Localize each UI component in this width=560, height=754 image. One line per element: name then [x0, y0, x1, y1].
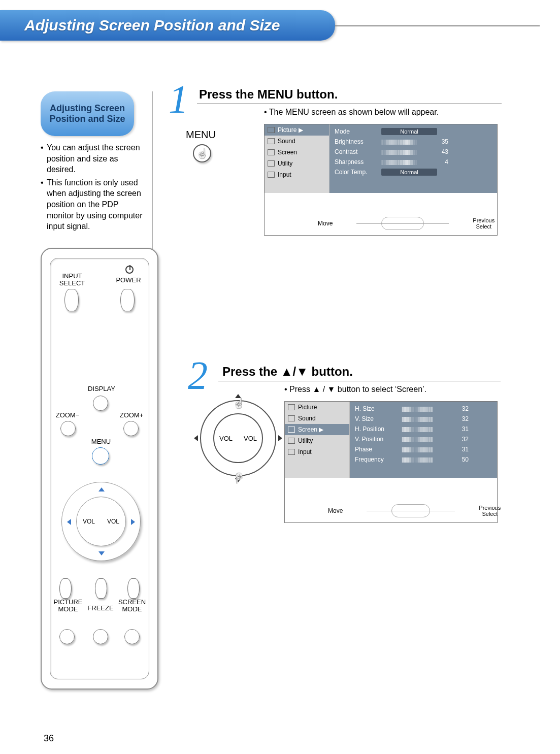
- menu-label: MENU: [89, 438, 113, 445]
- osd1-prev-sel: PreviousSelect: [473, 217, 495, 230]
- osd-step2: Picture Sound Screen ▶ Utility Input H. …: [284, 401, 498, 523]
- screen-icon: [288, 427, 295, 433]
- osd1-row-mode: ModeNormal: [330, 126, 497, 137]
- intro-bullet-2: This function is only used when adjustin…: [47, 177, 147, 232]
- screen-icon: [268, 149, 275, 155]
- osd1-left-menu: Picture ▶ Sound Screen Utility Input: [265, 124, 330, 193]
- page-number: 36: [44, 733, 54, 744]
- input-icon: [268, 172, 275, 178]
- demo-vol-left: VOL: [219, 435, 233, 442]
- osd1-joystick-icon: [381, 217, 424, 230]
- step2-heading: Press the ▲/▼ button.: [222, 365, 353, 379]
- osd1-item-utility: Utility: [265, 158, 329, 169]
- osd2-row-freq: Frequency|||||||||||||||||||||||||||||50: [350, 454, 497, 465]
- step1-heading: Press the MENU button.: [199, 87, 338, 102]
- osd2-row-hsize: H. Size|||||||||||||||||||||||||||||32: [350, 404, 497, 414]
- intro-text: •You can adjust the screen position and …: [41, 142, 147, 232]
- down-arrow-icon: [98, 551, 105, 555]
- zoom-plus-button[interactable]: [123, 421, 139, 436]
- osd2-item-input: Input: [285, 446, 349, 457]
- osd2-row-hpos: H. Position|||||||||||||||||||||||||||||…: [350, 424, 497, 434]
- up-arrow-icon: [98, 487, 105, 491]
- page-title: Adjusting Screen Position and Size: [24, 17, 280, 34]
- title-tab: Adjusting Screen Position and Size: [0, 10, 335, 41]
- input-select-button[interactable]: [64, 289, 79, 311]
- bottom-button-2[interactable]: [93, 629, 108, 644]
- screen-mode-button[interactable]: [127, 578, 140, 599]
- bottom-button-1[interactable]: [59, 629, 75, 644]
- utility-icon: [288, 438, 295, 444]
- osd2-item-sound: Sound: [285, 413, 349, 424]
- title-bar: Adjusting Screen Position and Size: [0, 10, 540, 43]
- picture-mode-label: PICTURE MODE: [50, 599, 86, 612]
- menu-press-illustration: ☝: [193, 144, 211, 162]
- osd1-item-screen: Screen: [265, 147, 329, 158]
- step2-rule: [218, 381, 501, 381]
- dpad-center[interactable]: VOL VOL: [76, 497, 126, 546]
- display-button[interactable]: [93, 396, 108, 411]
- zoom-plus-label: ZOOM+: [117, 412, 146, 419]
- osd1-row-colortemp: Color Temp.Normal: [330, 167, 497, 177]
- title-divider: [335, 25, 540, 26]
- osd1-row-sharpness: Sharpness|||||||||||||||||||||||||||||||…: [330, 157, 497, 167]
- osd1-footer: Move PreviousSelect: [318, 217, 495, 230]
- display-label: DISPLAY: [84, 385, 119, 392]
- section-pill-label: Adjusting Screen Position and Size: [46, 103, 129, 124]
- dpad[interactable]: VOL VOL: [61, 482, 141, 561]
- osd1-right-panel: ModeNormal Brightness|||||||||||||||||||…: [330, 124, 497, 193]
- picture-icon: [288, 404, 295, 410]
- osd1-move-label: Move: [318, 220, 333, 227]
- osd1-row-contrast: Contrast||||||||||||||||||||||||||||||||…: [330, 147, 497, 157]
- sound-icon: [288, 415, 295, 421]
- osd2-right-panel: H. Size|||||||||||||||||||||||||||||32 V…: [350, 402, 497, 478]
- remote-control: INPUT SELECT POWER DISPLAY ZOOM− ZOOM+ M…: [41, 248, 158, 690]
- demo-vol-right: VOL: [244, 435, 257, 442]
- osd2-joystick-icon: [391, 504, 430, 517]
- osd2-item-picture: Picture: [285, 402, 349, 413]
- osd-step1: Picture ▶ Sound Screen Utility Input Mod…: [264, 124, 498, 236]
- hand-icon: ☝: [233, 398, 245, 408]
- power-icon: [125, 266, 134, 274]
- sound-icon: [268, 138, 275, 144]
- hand-icon: ☝: [233, 473, 245, 483]
- osd2-row-vsize: V. Size|||||||||||||||||||||||||||||32: [350, 414, 497, 424]
- picture-icon: [268, 127, 275, 133]
- zoom-minus-label: ZOOM−: [53, 412, 82, 419]
- power-label: POWER: [112, 277, 145, 284]
- osd2-item-utility: Utility: [285, 435, 349, 446]
- osd1-item-input: Input: [265, 169, 329, 180]
- picture-mode-button[interactable]: [59, 578, 72, 599]
- hand-down-illustration: ☝: [229, 469, 248, 487]
- input-icon: [288, 449, 295, 455]
- dpad-demo-inner: VOL VOL: [213, 413, 263, 463]
- osd2-row-vpos: V. Position|||||||||||||||||||||||||||||…: [350, 434, 497, 444]
- freeze-label: FREEZE: [86, 605, 115, 612]
- hand-up-illustration: ☝: [229, 394, 248, 412]
- osd1-item-sound: Sound: [265, 136, 329, 147]
- step2-note: • Press ▲ / ▼ button to select ‘Screen’.: [284, 385, 426, 394]
- screen-mode-label: SCREEN MODE: [115, 599, 149, 612]
- utility-icon: [268, 160, 275, 167]
- osd2-prev-sel: PreviousSelect: [479, 505, 501, 517]
- bottom-button-3[interactable]: [124, 629, 140, 644]
- zoom-minus-button[interactable]: [60, 421, 76, 436]
- osd2-move-label: Move: [328, 507, 343, 514]
- osd2-item-screen: Screen ▶: [285, 424, 349, 435]
- intro-bullet-1: You can adjust the screen position and s…: [47, 142, 147, 175]
- dpad-vol-left: VOL: [83, 518, 95, 525]
- osd1-item-picture: Picture ▶: [265, 124, 329, 136]
- freeze-button[interactable]: [95, 578, 107, 599]
- menu-button[interactable]: [92, 447, 109, 465]
- right-arrow-icon: [131, 519, 135, 525]
- section-pill: Adjusting Screen Position and Size: [41, 91, 134, 136]
- remote-inner: INPUT SELECT POWER DISPLAY ZOOM− ZOOM+ M…: [50, 258, 149, 679]
- step1-number: 1: [169, 76, 188, 122]
- step1-rule: [197, 104, 502, 104]
- dpad-vol-right: VOL: [107, 518, 119, 525]
- left-arrow-icon: [67, 519, 71, 525]
- osd1-row-brightness: Brightness||||||||||||||||||||||||||||||…: [330, 137, 497, 147]
- demo-right-icon: [278, 435, 282, 441]
- osd2-row-phase: Phase|||||||||||||||||||||||||||||31: [350, 444, 497, 454]
- osd2-footer: Move PreviousSelect: [328, 504, 501, 517]
- power-button[interactable]: [120, 289, 135, 311]
